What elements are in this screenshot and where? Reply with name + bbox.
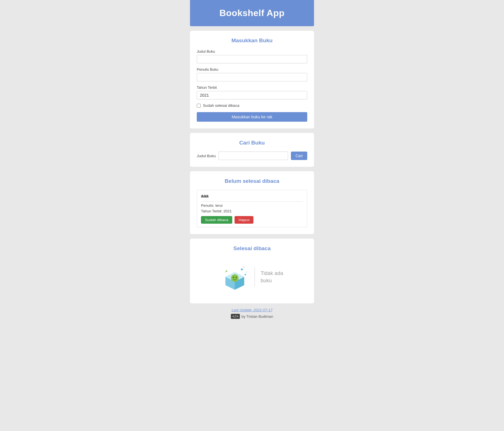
book-item: aaa Penulis: terui Tahun Terbit: 2021 Su… xyxy=(197,190,307,227)
read-card: Selesai dibaca × × × xyxy=(190,239,314,303)
svg-point-6 xyxy=(236,277,237,278)
app-header: Bookshelf App xyxy=(190,0,314,26)
svg-text:×: × xyxy=(246,271,247,273)
search-row: Judul Buku Cari xyxy=(197,152,307,160)
empty-state: × × × Tidak adabuku xyxy=(197,257,307,297)
selesai-dibaca-checkbox[interactable] xyxy=(197,104,201,108)
code-badge: </> xyxy=(231,314,240,319)
search-button[interactable]: Cari xyxy=(291,152,307,160)
svg-point-9 xyxy=(245,274,246,275)
search-label: Judul Buku xyxy=(197,154,216,158)
empty-box-illustration: × × × xyxy=(221,263,249,291)
tahun-group: Tahun Terbit xyxy=(197,85,307,99)
penulis-input[interactable] xyxy=(197,73,307,81)
judul-group: Judul Buku xyxy=(197,49,307,63)
search-input[interactable] xyxy=(218,152,288,160)
footer-last-update: Last Update: 2021-07-17 xyxy=(190,308,314,312)
submit-book-button[interactable]: Masukkan buku ke rak xyxy=(197,112,307,122)
book-divider xyxy=(201,201,303,202)
footer-author: </> by Tristan Budiman xyxy=(190,314,314,319)
book-author: Penulis: terui xyxy=(201,203,303,208)
footer: Last Update: 2021-07-17 </> by Tristan B… xyxy=(190,308,314,319)
book-actions: Sudah dibaca Hapus xyxy=(201,216,303,224)
svg-point-8 xyxy=(241,268,243,270)
penulis-group: Penulis Buku xyxy=(197,67,307,81)
app-title: Bookshelf App xyxy=(196,8,308,18)
unread-card: Belum selesai dibaca aaa Penulis: terui … xyxy=(190,171,314,234)
judul-input[interactable] xyxy=(197,55,307,63)
svg-text:×: × xyxy=(225,270,226,273)
judul-label: Judul Buku xyxy=(197,49,307,54)
search-card: Cari Buku Judul Buku Cari xyxy=(190,133,314,167)
empty-divider xyxy=(255,267,255,287)
empty-text: Tidak adabuku xyxy=(260,270,283,284)
search-title: Cari Buku xyxy=(197,140,307,146)
author-text: by Tristan Budiman xyxy=(242,314,273,319)
mark-done-button[interactable]: Sudah dibaca xyxy=(201,216,232,224)
read-title: Selesai dibaca xyxy=(197,245,307,252)
tahun-input[interactable] xyxy=(197,91,307,99)
book-title: aaa xyxy=(201,194,303,199)
tahun-label: Tahun Terbit xyxy=(197,85,307,90)
book-year: Tahun Terbit: 2021 xyxy=(201,209,303,213)
svg-point-4 xyxy=(231,274,239,282)
svg-text:×: × xyxy=(243,266,245,268)
delete-button[interactable]: Hapus xyxy=(235,216,253,224)
add-book-title: Masukkan Buku xyxy=(197,37,307,44)
penulis-label: Penulis Buku xyxy=(197,67,307,72)
unread-title: Belum selesai dibaca xyxy=(197,178,307,184)
add-book-card: Masukkan Buku Judul Buku Penulis Buku Ta… xyxy=(190,31,314,128)
checkbox-group: Sudah selesai dibaca xyxy=(197,103,307,108)
checkbox-label: Sudah selesai dibaca xyxy=(203,103,239,108)
svg-point-5 xyxy=(233,277,234,278)
